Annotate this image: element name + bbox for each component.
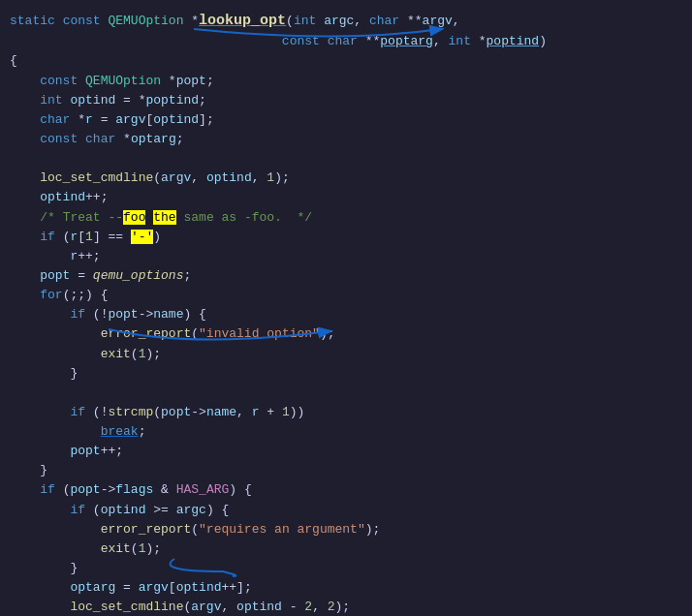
- line-1: static const QEMUOption *lookup_opt(int …: [10, 10, 682, 32]
- line-11: /* Treat --foo the same as -foo. */: [10, 208, 682, 228]
- line-23: popt++;: [10, 442, 682, 461]
- line-3: {: [10, 51, 682, 71]
- line-16: if (!popt->name) {: [10, 305, 682, 324]
- line-2: const char **poptarg, int *poptind): [10, 32, 682, 51]
- line-17: error_report("invalid option");: [10, 324, 682, 344]
- line-10: optind++;: [10, 188, 682, 207]
- line-7: const char *optarg;: [10, 130, 682, 149]
- line-6: char *r = argv[optind];: [10, 110, 682, 130]
- line-8: [10, 149, 682, 169]
- line-29: }: [10, 559, 682, 578]
- line-22: break;: [10, 422, 682, 442]
- line-4: const QEMUOption *popt;: [10, 72, 682, 91]
- line-19: }: [10, 364, 682, 384]
- line-31: loc_set_cmdline(argv, optind - 2, 2);: [10, 598, 682, 616]
- line-20: [10, 384, 682, 403]
- line-27: error_report("requires an argument");: [10, 520, 682, 539]
- line-24: }: [10, 461, 682, 480]
- line-9: loc_set_cmdline(argv, optind, 1);: [10, 169, 682, 188]
- line-5: int optind = *poptind;: [10, 91, 682, 110]
- line-15: for(;;) {: [10, 286, 682, 305]
- line-13: r++;: [10, 247, 682, 266]
- line-25: if (popt->flags & HAS_ARG) {: [10, 480, 682, 500]
- line-30: optarg = argv[optind++];: [10, 578, 682, 598]
- line-14: popt = qemu_options;: [10, 266, 682, 286]
- line-28: exit(1);: [10, 539, 682, 559]
- line-12: if (r[1] == '-'): [10, 228, 682, 247]
- line-26: if (optind >= argc) {: [10, 501, 682, 520]
- line-21: if (!strcmp(popt->name, r + 1)): [10, 403, 682, 422]
- line-18: exit(1);: [10, 345, 682, 364]
- code-container: static const QEMUOption *lookup_opt(int …: [0, 0, 692, 616]
